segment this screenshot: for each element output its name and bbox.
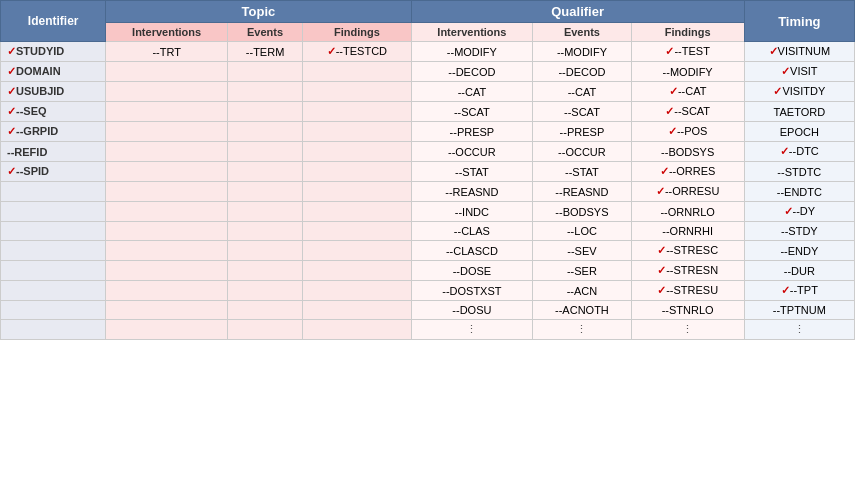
topic-ev-9 [227,222,302,241]
topic-int-10 [106,241,228,261]
qual-ev-10: --SEV [533,241,631,261]
identifier-cell-12 [1,281,106,301]
qual-int-12: --DOSTXST [411,281,533,301]
identifier-cell-10 [1,241,106,261]
topic-ev-12 [227,281,302,301]
qual-int-11: --DOSE [411,261,533,281]
subheader-topic-events: Events [227,23,302,42]
timing-3: TAETORD [744,102,854,122]
header-topic: Topic [106,1,411,23]
topic-int-6 [106,162,228,182]
topic-int-12 [106,281,228,301]
header-qualifier: Qualifier [411,1,744,23]
topic-fi-1 [303,62,411,82]
topic-fi-7 [303,182,411,202]
qual-fi-5: --BODSYS [631,142,744,162]
qual-fi-10: ✓--STRESC [631,241,744,261]
qual-ev-5: --OCCUR [533,142,631,162]
topic-int-2 [106,82,228,102]
qual-ev-13: --ACNOTH [533,301,631,320]
topic-ev-8 [227,202,302,222]
topic-fi-3 [303,102,411,122]
topic-int-8 [106,202,228,222]
topic-ev-7 [227,182,302,202]
topic-int-5 [106,142,228,162]
header-timing: Timing [744,1,854,42]
identifier-cell-4: ✓--GRPID [1,122,106,142]
topic-ev-13 [227,301,302,320]
topic-ev-3 [227,102,302,122]
topic-fi-8 [303,202,411,222]
topic-ev-empty-14 [227,320,302,340]
identifier-cell-6: ✓--SPID [1,162,106,182]
timing-7: --ENDTC [744,182,854,202]
qual-fi-7: ✓--ORRESU [631,182,744,202]
sdtm-table: Identifier Topic Qualifier Timing Interv… [0,0,855,340]
qual-ev-6: --STAT [533,162,631,182]
qual-int-10: --CLASCD [411,241,533,261]
topic-fi-10 [303,241,411,261]
subheader-qual-interventions: Interventions [411,23,533,42]
topic-fi-9 [303,222,411,241]
qual-fi-1: --MODIFY [631,62,744,82]
topic-fi-6 [303,162,411,182]
qual-fi-2: ✓--CAT [631,82,744,102]
qual-int-7: --REASND [411,182,533,202]
timing-10: --ENDY [744,241,854,261]
topic-fi-4 [303,122,411,142]
topic-ev-4 [227,122,302,142]
timing-6: --STDTC [744,162,854,182]
identifier-cell-8 [1,202,106,222]
topic-int-1 [106,62,228,82]
topic-fi-empty-14 [303,320,411,340]
identifier-empty-14 [1,320,106,340]
timing-2: ✓VISITDY [744,82,854,102]
identifier-cell-3: ✓--SEQ [1,102,106,122]
qual-ev-4: --PRESP [533,122,631,142]
identifier-cell-5: --REFID [1,142,106,162]
topic-ev-0: --TERM [227,42,302,62]
subheader-topic-findings: Findings [303,23,411,42]
qual-fi-4: ✓--POS [631,122,744,142]
qual-int-9: --CLAS [411,222,533,241]
timing-12: ✓--TPT [744,281,854,301]
qual-ev-11: --SER [533,261,631,281]
qual-int-8: --INDC [411,202,533,222]
subheader-qual-findings: Findings [631,23,744,42]
qual-int-0: --MODIFY [411,42,533,62]
identifier-cell-2: ✓USUBJID [1,82,106,102]
qual-int-dots-14: ⋮ [411,320,533,340]
subheader-qual-events: Events [533,23,631,42]
qual-ev-2: --CAT [533,82,631,102]
qual-fi-3: ✓--SCAT [631,102,744,122]
timing-4: EPOCH [744,122,854,142]
qual-int-6: --STAT [411,162,533,182]
qual-fi-0: ✓--TEST [631,42,744,62]
qual-int-1: --DECOD [411,62,533,82]
topic-fi-12 [303,281,411,301]
topic-fi-11 [303,261,411,281]
qual-ev-3: --SCAT [533,102,631,122]
timing-0: ✓VISITNUM [744,42,854,62]
timing-9: --STDY [744,222,854,241]
topic-ev-5 [227,142,302,162]
timing-8: ✓--DY [744,202,854,222]
identifier-cell-0: ✓STUDYID [1,42,106,62]
qual-int-3: --SCAT [411,102,533,122]
qual-ev-dots-14: ⋮ [533,320,631,340]
qual-int-2: --CAT [411,82,533,102]
topic-int-4 [106,122,228,142]
qual-ev-1: --DECOD [533,62,631,82]
qual-fi-8: --ORNRLO [631,202,744,222]
topic-fi-5 [303,142,411,162]
topic-int-0: --TRT [106,42,228,62]
identifier-cell-13 [1,301,106,320]
qual-fi-6: ✓--ORRES [631,162,744,182]
topic-ev-6 [227,162,302,182]
qual-fi-11: ✓--STRESN [631,261,744,281]
topic-int-11 [106,261,228,281]
qual-ev-9: --LOC [533,222,631,241]
timing-11: --DUR [744,261,854,281]
timing-13: --TPTNUM [744,301,854,320]
topic-int-empty-14 [106,320,228,340]
